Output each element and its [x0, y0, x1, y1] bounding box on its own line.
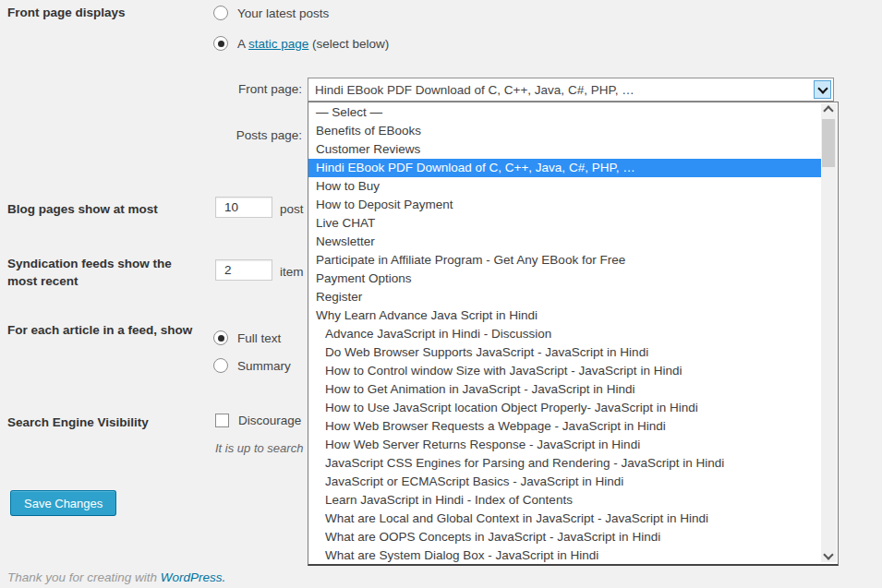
- front-page-label: Front page:: [212, 82, 302, 96]
- scroll-down-icon[interactable]: [823, 549, 833, 559]
- front-page-dropdown-panel: — Select —Benefits of EBooksCustomer Rev…: [308, 102, 839, 566]
- reading-settings-page: Front page displays Your latest posts A …: [0, 0, 882, 588]
- dropdown-option[interactable]: How to Deposit Payment: [308, 196, 821, 214]
- search-visibility-description: It is up to search: [215, 441, 303, 455]
- discourage-checkbox[interactable]: [215, 414, 229, 427]
- discourage-checkbox-label: Discourage: [238, 414, 301, 427]
- posts-per-page-input[interactable]: [215, 197, 272, 218]
- dropdown-option[interactable]: Why Learn Advance Java Script in Hindi: [308, 306, 821, 325]
- full-text-radio-row[interactable]: Full text: [213, 330, 281, 345]
- feed-article-label: For each article in a feed, show: [7, 321, 197, 339]
- dropdown-option[interactable]: Benefits of EBooks: [308, 122, 821, 140]
- dropdown-option[interactable]: What are OOPS Concepts in JavaScript - J…: [308, 528, 821, 546]
- dropdown-option[interactable]: What are Local and Global Context in Jav…: [308, 510, 821, 528]
- dropdown-option[interactable]: — Select —: [308, 103, 821, 122]
- static-page-radio-row[interactable]: A static page (select below): [213, 36, 389, 51]
- dropdown-option[interactable]: How Web Browser Requests a Webpage - Jav…: [308, 417, 821, 436]
- posts-suffix-text: post: [280, 200, 304, 218]
- dropdown-option[interactable]: JavaScript or ECMAScript Basics - JavaSc…: [308, 473, 821, 491]
- static-page-link[interactable]: static page: [248, 37, 308, 51]
- front-page-displays-label: Front page displays: [7, 4, 206, 21]
- dropdown-option[interactable]: Advance JavaScript in Hindi - Discussion: [308, 325, 821, 343]
- front-page-options-list: — Select —Benefits of EBooksCustomer Rev…: [308, 103, 821, 562]
- select-dropdown-button[interactable]: [814, 80, 831, 99]
- front-page-select[interactable]: Hindi EBook PDF Download of C, C++, Java…: [308, 78, 834, 102]
- chevron-down-icon: [817, 83, 828, 93]
- full-text-radio[interactable]: [213, 330, 228, 345]
- dropdown-option[interactable]: Customer Reviews: [308, 140, 821, 159]
- discourage-checkbox-row[interactable]: Discourage: [215, 414, 301, 427]
- search-visibility-label: Search Engine Visibility: [7, 414, 206, 431]
- summary-radio[interactable]: [213, 358, 228, 373]
- dropdown-option[interactable]: How Web Server Returns Response - JavaSc…: [308, 436, 821, 454]
- latest-posts-radio[interactable]: [213, 6, 228, 20]
- dropdown-option[interactable]: How to Get Animation in JavaScript - Jav…: [308, 380, 821, 399]
- save-changes-button[interactable]: Save Changes: [10, 490, 116, 516]
- feed-items-input[interactable]: [215, 259, 272, 281]
- static-page-radio-label: A static page (select below): [237, 37, 389, 51]
- summary-radio-label: Summary: [237, 359, 291, 373]
- dropdown-option[interactable]: Payment Options: [308, 270, 821, 288]
- latest-posts-radio-row[interactable]: Your latest posts: [213, 6, 329, 20]
- static-page-radio[interactable]: [213, 36, 228, 51]
- dropdown-option[interactable]: Register: [308, 288, 821, 306]
- dropdown-option[interactable]: Newsletter: [308, 233, 821, 251]
- dropdown-option[interactable]: How to Use JavaScript location Object Pr…: [308, 399, 821, 417]
- latest-posts-radio-label: Your latest posts: [237, 6, 329, 20]
- footer-text: Thank you for creating with WordPress.: [7, 570, 225, 584]
- front-page-select-value: Hindi EBook PDF Download of C, C++, Java…: [308, 83, 833, 97]
- posts-page-label: Posts page:: [212, 128, 302, 142]
- dropdown-option[interactable]: Do Web Browser Supports JavaScript - Jav…: [308, 343, 821, 362]
- dropdown-option[interactable]: Participate in Affiliate Program - Get A…: [308, 251, 821, 270]
- syndication-label: Syndication feeds show the most recent: [7, 255, 203, 290]
- items-suffix-text: item: [280, 263, 304, 281]
- dropdown-option[interactable]: Hindi EBook PDF Download of C, C++, Java…: [308, 159, 821, 177]
- scroll-up-icon[interactable]: [823, 105, 833, 115]
- dropdown-option[interactable]: Live CHAT: [308, 214, 821, 233]
- blog-pages-label: Blog pages show at most: [7, 200, 206, 218]
- scrollbar-thumb[interactable]: [822, 119, 835, 167]
- dropdown-option[interactable]: How to Control window Size with JavaScri…: [308, 362, 821, 380]
- summary-radio-row[interactable]: Summary: [213, 358, 291, 373]
- dropdown-option[interactable]: JavaScript CSS Engines for Parsing and R…: [308, 454, 821, 473]
- wordpress-link[interactable]: WordPress.: [161, 570, 226, 584]
- dropdown-option[interactable]: What are System Dialog Box - JavaScript …: [308, 546, 821, 562]
- dropdown-scrollbar[interactable]: [821, 103, 837, 562]
- full-text-radio-label: Full text: [237, 331, 281, 345]
- dropdown-option[interactable]: Learn JavaScript in Hindi - Index of Con…: [308, 491, 821, 510]
- dropdown-option[interactable]: How to Buy: [308, 177, 821, 196]
